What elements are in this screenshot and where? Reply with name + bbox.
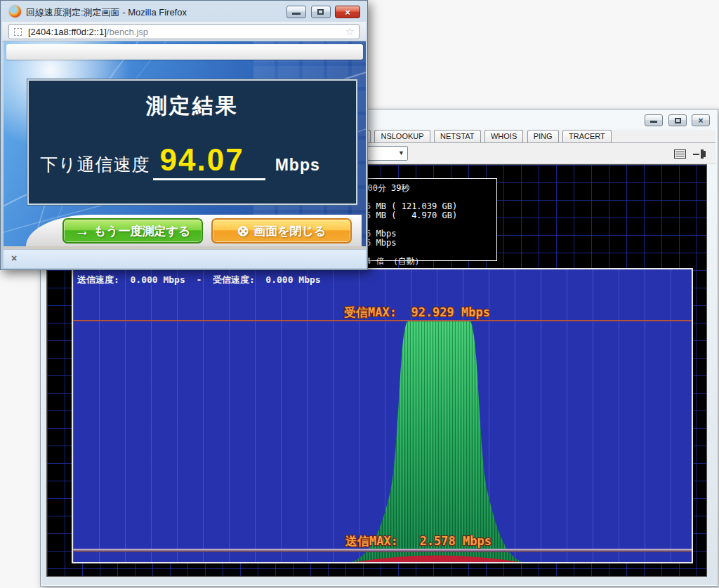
maximize-icon [317, 9, 324, 15]
bookmark-star-icon[interactable]: ☆ [345, 25, 355, 38]
tab-netstat[interactable]: NETSTAT [434, 130, 480, 142]
close-icon: × [336, 6, 360, 18]
close-screen-label: 画面を閉じる [253, 223, 326, 239]
monitor-caption-buttons: × [642, 114, 710, 127]
firefox-titlebar[interactable]: 回線速度測定:測定画面 - Mozilla Firefox × [2, 1, 366, 22]
chevron-down-icon: ▼ [398, 149, 404, 156]
minimize-button[interactable] [286, 6, 306, 18]
site-identity-icon[interactable] [14, 28, 22, 36]
tab-ping[interactable]: PING [527, 130, 559, 142]
findbar: × [4, 249, 366, 268]
speed-row: 下り通信速度 94.07 Mbps [40, 142, 350, 180]
speed-value: 94.07 [160, 142, 244, 177]
page-header-band [6, 44, 363, 60]
tx-max-label: 送信MAX: 2.578 Mbps [345, 533, 492, 549]
interface-select[interactable]: ▼ [367, 146, 408, 161]
pin-cap [704, 151, 706, 157]
pin-stem [693, 154, 699, 155]
rx-max-label: 受信MAX: 92.929 Mbps [344, 305, 490, 321]
result-title: 測定結果 [29, 92, 356, 121]
restore-icon [675, 118, 681, 123]
url-text: [2404:1a8:ff0d:2::1]/bench.jsp [28, 27, 148, 37]
minimize-button[interactable] [645, 114, 663, 126]
arrow-right-icon: → [75, 222, 90, 239]
pin-icon[interactable] [693, 149, 706, 159]
tab-whois[interactable]: WHOIS [484, 130, 523, 142]
firefox-title: 回線速度測定:測定画面 - Mozilla Firefox [26, 6, 187, 19]
firefox-logo-icon [9, 6, 21, 18]
restore-button[interactable] [668, 114, 687, 126]
circled-x-icon: ⊗ [237, 222, 250, 239]
button-strip: → もう一度測定する ⊗ 画面を閉じる [26, 215, 362, 246]
close-button[interactable]: × [335, 6, 360, 18]
speed-label: 下り通信速度 [40, 153, 150, 176]
minimize-icon [292, 13, 301, 15]
maximize-button[interactable] [311, 6, 331, 18]
close-button[interactable]: × [692, 114, 710, 126]
url-bar[interactable]: [2404:1a8:ff0d:2::1]/bench.jsp ☆ [8, 24, 360, 39]
url-host: [2404:1a8:ff0d:2::1] [28, 27, 107, 37]
bandwidth-plot: 送信速度: 0.000 Mbps - 受信速度: 0.000 Mbps 受信MA… [72, 268, 693, 563]
findbar-close-icon[interactable]: × [11, 253, 17, 264]
list-view-icon[interactable] [674, 149, 686, 159]
firefox-window: 回線速度測定:測定画面 - Mozilla Firefox × [2404:1a… [0, 0, 368, 270]
close-icon: × [692, 115, 709, 126]
firefox-caption-buttons: × [285, 6, 360, 18]
speed-underline: 94.07 [153, 142, 265, 180]
close-screen-button[interactable]: ⊗ 画面を閉じる [211, 218, 352, 243]
retry-measure-label: もう一度測定する [94, 223, 191, 239]
speed-unit: Mbps [275, 156, 320, 175]
url-path: /bench.jsp [107, 27, 148, 37]
retry-measure-button[interactable]: → もう一度測定する [62, 218, 203, 243]
firefox-navbar: [2404:1a8:ff0d:2::1]/bench.jsp ☆ [2, 22, 366, 41]
result-panel: 測定結果 下り通信速度 94.07 Mbps [27, 79, 357, 205]
rx-curve-texture [351, 321, 522, 562]
tab-tracert[interactable]: TRACERT [562, 130, 612, 142]
tab-nslookup[interactable]: NSLOOKUP [374, 130, 430, 142]
page-content: 測定結果 下り通信速度 94.07 Mbps → もう一度測定する ⊗ 画面を閉… [4, 41, 366, 246]
current-speed-readout: 送信速度: 0.000 Mbps - 受信速度: 0.000 Mbps [77, 274, 321, 286]
minimize-icon [650, 121, 657, 123]
